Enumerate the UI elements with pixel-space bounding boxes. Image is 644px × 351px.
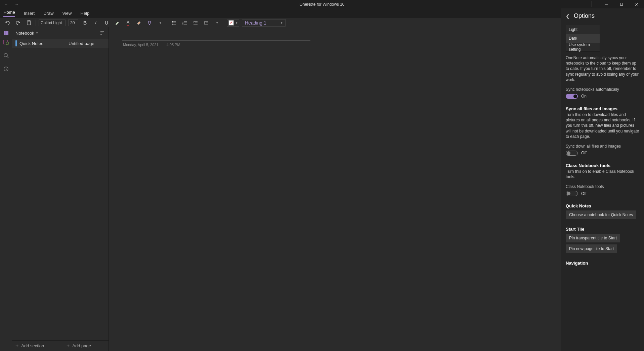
theme-dropdown[interactable]: Light Dark Use system setting xyxy=(566,25,600,52)
tab-draw[interactable]: Draw xyxy=(43,11,53,16)
bullet-list-button[interactable] xyxy=(170,19,178,27)
svg-rect-1 xyxy=(620,3,622,5)
eraser-button[interactable] xyxy=(135,19,143,27)
todo-tag-button[interactable]: ✓ ▾ xyxy=(227,19,239,27)
theme-option-light[interactable]: Light xyxy=(566,25,600,34)
theme-option-dark[interactable]: Dark xyxy=(566,34,600,43)
svg-rect-5 xyxy=(27,21,31,25)
back-button[interactable]: ❮ xyxy=(566,13,570,19)
svg-rect-25 xyxy=(4,31,5,35)
titlebar-divider xyxy=(592,1,592,7)
menu-bar: Home Insert Draw View Help xyxy=(0,8,644,18)
svg-text:3: 3 xyxy=(182,23,183,25)
heading-style-label: Heading 1 xyxy=(245,20,266,26)
page-date: Monday, April 5, 2021 xyxy=(123,43,159,47)
svg-line-34 xyxy=(6,69,7,70)
section-color-tab xyxy=(15,40,17,46)
class-nb-desc: Turn this on to enable Class Notebook to… xyxy=(566,169,639,180)
pin-newpage-button[interactable]: Pin new page tile to Start xyxy=(566,244,617,253)
plus-icon xyxy=(15,343,18,349)
minimize-button[interactable] xyxy=(599,0,614,8)
italic-button[interactable]: I xyxy=(92,19,100,27)
section-label: Quick Notes xyxy=(19,41,43,46)
ribbon: B I U A ▾ 123 ▾ ✓ ▾ Heading 1 ▾ xyxy=(0,18,644,27)
plus-icon xyxy=(67,343,70,349)
tab-home[interactable]: Home xyxy=(3,10,15,17)
svg-point-11 xyxy=(172,24,173,24)
heading-style-select[interactable]: Heading 1 ▾ xyxy=(242,19,286,27)
search-icon[interactable] xyxy=(3,52,9,59)
more-formatting-dropdown[interactable]: ▾ xyxy=(156,19,164,27)
recent-notes-icon[interactable] xyxy=(3,39,9,45)
page-label: Untitled page xyxy=(69,41,94,46)
start-tile-title: Start Tile xyxy=(566,227,639,232)
outdent-button[interactable] xyxy=(191,19,200,27)
forward-icon: → xyxy=(15,2,19,7)
sync-files-desc: Turn this on to download files and pictu… xyxy=(566,112,639,139)
ribbon-separator xyxy=(36,20,36,26)
ribbon-separator xyxy=(167,20,167,26)
sync-auto-label: Sync notebooks automatically xyxy=(566,87,639,92)
choose-notebook-button[interactable]: Choose a notebook for Quick Notes xyxy=(566,210,636,219)
page-title-input[interactable] xyxy=(122,31,310,41)
sections-panel: Notebook ▾ Quick Notes Add section xyxy=(12,27,63,351)
highlight-button[interactable] xyxy=(113,19,121,27)
indent-button[interactable] xyxy=(202,19,210,27)
svg-point-7 xyxy=(172,21,173,22)
page-time: 4:05 PM xyxy=(167,43,180,47)
add-page-button[interactable]: Add page xyxy=(63,340,109,351)
recent-icon[interactable] xyxy=(3,66,9,72)
toggle-state: Off xyxy=(581,191,587,196)
svg-rect-27 xyxy=(7,31,8,35)
close-button[interactable] xyxy=(629,0,644,8)
sync-auto-desc: OneNote automatically syncs your noteboo… xyxy=(566,55,639,82)
svg-point-9 xyxy=(172,22,173,23)
navigation-title: Navigation xyxy=(566,261,639,266)
undo-button[interactable] xyxy=(3,19,11,27)
sync-files-title: Sync all files and images xyxy=(566,106,639,111)
svg-rect-2 xyxy=(620,3,623,5)
add-page-label: Add page xyxy=(72,343,91,348)
numbered-list-button[interactable]: 123 xyxy=(181,19,189,27)
window-title: OneNote for Windows 10 xyxy=(299,2,344,7)
clipboard-button[interactable] xyxy=(25,19,33,27)
chevron-down-icon: ▾ xyxy=(36,31,38,35)
pages-panel: Untitled page Add page xyxy=(63,27,109,351)
sync-files-toggle[interactable] xyxy=(566,151,578,156)
format-painter-button[interactable] xyxy=(145,19,154,27)
page-item[interactable]: Untitled page xyxy=(63,39,109,48)
maximize-button[interactable] xyxy=(614,0,629,8)
paragraph-dropdown[interactable]: ▾ xyxy=(213,19,221,27)
sort-icon[interactable] xyxy=(100,31,104,35)
notebooks-icon[interactable] xyxy=(0,30,12,37)
class-nb-toggle[interactable] xyxy=(566,191,578,196)
chevron-down-icon: ▾ xyxy=(236,21,238,25)
chevron-down-icon: ▾ xyxy=(281,21,283,25)
options-title: Options xyxy=(574,12,595,20)
tab-help[interactable]: Help xyxy=(81,11,90,16)
sync-auto-toggle[interactable] xyxy=(566,94,578,99)
options-panel: ❮ Options Light Dark Use system setting … xyxy=(561,8,644,351)
left-rail xyxy=(0,27,12,351)
toggle-state: Off xyxy=(581,151,587,155)
back-icon: ← xyxy=(4,2,8,7)
add-section-button[interactable]: Add section xyxy=(12,340,63,351)
add-section-label: Add section xyxy=(21,343,44,348)
tab-insert[interactable]: Insert xyxy=(24,11,35,16)
font-size-input[interactable] xyxy=(68,20,78,26)
svg-rect-26 xyxy=(5,31,7,35)
tab-view[interactable]: View xyxy=(62,11,72,16)
underline-button[interactable]: U xyxy=(102,19,111,27)
pin-transparent-button[interactable]: Pin transparent tile to Start xyxy=(566,234,620,242)
redo-button[interactable] xyxy=(14,19,22,27)
notebook-dropdown[interactable]: Notebook ▾ xyxy=(12,27,63,39)
class-nb-label: Class Notebook tools xyxy=(566,184,639,189)
svg-point-29 xyxy=(6,42,9,45)
font-color-button[interactable]: A xyxy=(124,19,132,27)
svg-point-30 xyxy=(4,53,7,57)
bold-button[interactable]: B xyxy=(81,19,89,27)
font-name-input[interactable] xyxy=(39,20,66,26)
theme-option-system[interactable]: Use system setting xyxy=(566,43,600,51)
notebook-name: Notebook xyxy=(15,31,34,36)
section-item[interactable]: Quick Notes xyxy=(12,39,63,48)
